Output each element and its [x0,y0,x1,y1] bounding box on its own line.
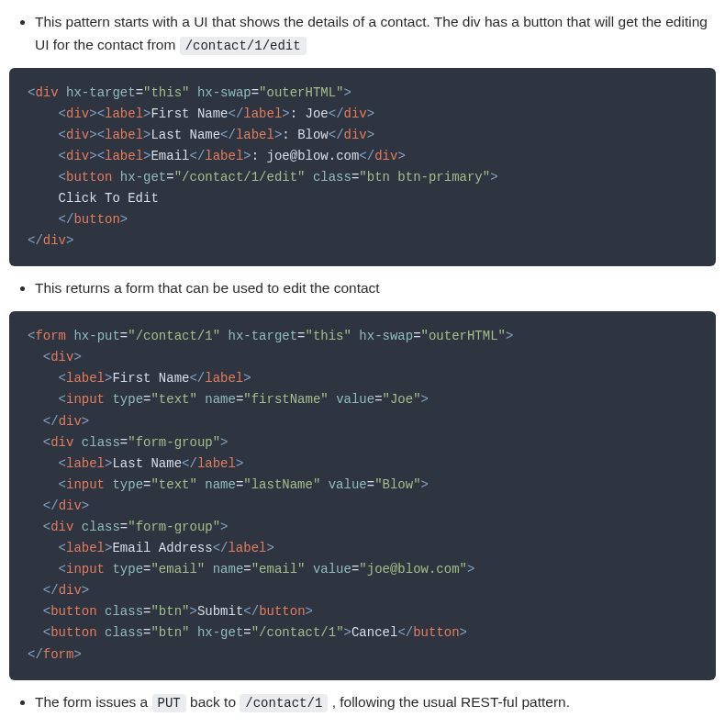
bullet-text: This returns a form that can be used to … [35,280,380,296]
code-block-1[interactable]: <div hx-target="this" hx-swap="outerHTML… [9,68,716,267]
bullet-list-1: This pattern starts with a UI that shows… [0,9,725,59]
code-block-2[interactable]: <form hx-put="/contact/1" hx-target="thi… [9,311,716,680]
bullet-text: , following the usual REST-ful pattern. [332,694,570,710]
bullet-list-2: This returns a form that can be used to … [0,275,725,302]
bullet-list-3: The form issues a PUT back to /contact/1… [0,689,725,716]
bullet-item-2: This returns a form that can be used to … [35,275,725,302]
inline-code-path: /contact/1/edit [180,37,307,55]
bullet-text: back to [190,694,240,710]
bullet-text: This pattern starts with a UI that shows… [35,14,708,52]
bullet-item-1: This pattern starts with a UI that shows… [35,9,725,59]
bullet-item-3: The form issues a PUT back to /contact/1… [35,689,725,716]
inline-code-path: /contact/1 [240,694,328,712]
inline-code-put: PUT [152,694,186,712]
bullet-text: The form issues a [35,694,152,710]
